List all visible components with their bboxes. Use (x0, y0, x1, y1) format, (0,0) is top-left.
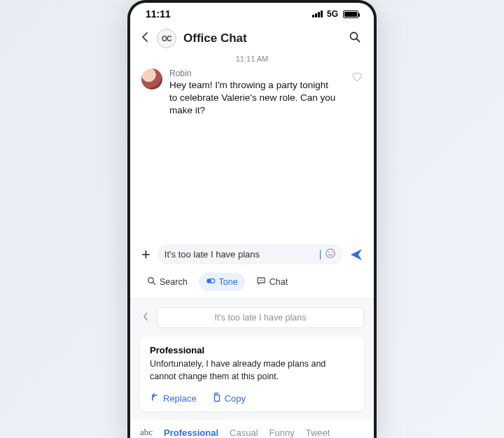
chat-title: Office Chat (183, 31, 339, 45)
battery-icon (343, 10, 358, 18)
abc-button[interactable]: abc (140, 427, 153, 438)
chat-icon (256, 276, 266, 288)
svg-line-6 (153, 283, 155, 285)
attach-button[interactable]: + (140, 246, 152, 264)
tone-bar: abc Professional Casual Funny Tweet (130, 420, 374, 438)
preview-text: It's too late I have plans (215, 313, 307, 323)
text-caret (320, 250, 321, 260)
kb-chat-label: Chat (270, 277, 288, 287)
suggestion-actions: Replace Copy (150, 393, 354, 404)
tone-option-professional[interactable]: Professional (164, 428, 218, 438)
message-area: Robin Hey team! I'm throwing a party ton… (130, 69, 374, 118)
chat-avatar-badge: OC (157, 29, 176, 48)
kb-chat-chip[interactable]: Chat (249, 273, 295, 291)
chat-header: OC Office Chat (130, 22, 374, 53)
kb-tone-label: Tone (219, 277, 238, 287)
compose-row: + It's too late I have plans (130, 240, 374, 270)
keyboard-panel: It's too late I have plans Professional … (130, 299, 374, 420)
search-icon (147, 276, 156, 288)
copy-label: Copy (225, 393, 246, 404)
tone-icon (206, 276, 216, 288)
preview-row: It's too late I have plans (140, 307, 364, 328)
preview-back-button[interactable] (140, 310, 151, 325)
svg-rect-12 (214, 395, 219, 402)
message-sender: Robin (169, 69, 340, 78)
replace-button[interactable]: Replace (150, 393, 197, 404)
compose-input[interactable]: It's too late I have plans (158, 244, 343, 264)
message-body: Robin Hey team! I'm throwing a party ton… (169, 69, 340, 118)
kb-tone-chip[interactable]: Tone (199, 273, 245, 291)
svg-point-4 (331, 251, 332, 253)
svg-point-11 (262, 280, 262, 281)
preview-box[interactable]: It's too late I have plans (157, 307, 364, 328)
svg-point-9 (259, 280, 260, 281)
phone-frame: 11:11 5G OC Office Chat 11:11 AM Robin H… (127, 0, 377, 438)
kb-search-label: Search (160, 277, 188, 287)
replace-label: Replace (163, 393, 197, 404)
status-right: 5G (312, 9, 358, 19)
suggestion-title: Professional (150, 345, 354, 355)
avatar[interactable] (141, 69, 162, 90)
copy-button[interactable]: Copy (212, 393, 246, 404)
signal-icon (312, 10, 323, 17)
timestamp: 11:11 AM (130, 53, 374, 69)
compose-text: It's too late I have plans (164, 249, 319, 260)
svg-point-10 (260, 280, 261, 281)
tone-option-tweet[interactable]: Tweet (306, 428, 330, 438)
tone-option-funny[interactable]: Funny (270, 428, 295, 438)
send-button[interactable] (349, 247, 364, 262)
svg-line-1 (357, 39, 360, 42)
spacer (130, 118, 374, 240)
tone-option-casual[interactable]: Casual (230, 428, 258, 438)
network-label: 5G (327, 9, 338, 19)
status-bar: 11:11 5G (130, 3, 374, 22)
copy-icon (212, 393, 221, 404)
like-button[interactable] (351, 71, 363, 85)
message-text: Hey team! I'm throwing a party tonight t… (169, 79, 340, 118)
suggestion-text: Unfortunately, I have already made plans… (150, 358, 354, 383)
emoji-button[interactable] (325, 248, 336, 261)
kb-search-chip[interactable]: Search (140, 273, 195, 291)
keyboard-options: Search Tone Chat (130, 270, 374, 299)
replace-icon (150, 393, 160, 404)
suggestion-card: Professional Unfortunately, I have alrea… (140, 337, 364, 411)
back-button[interactable] (140, 29, 150, 49)
svg-point-2 (326, 249, 335, 257)
status-time: 11:11 (146, 8, 171, 20)
message-row: Robin Hey team! I'm throwing a party ton… (141, 69, 363, 118)
svg-point-3 (328, 251, 330, 253)
header-search-button[interactable] (346, 28, 364, 49)
